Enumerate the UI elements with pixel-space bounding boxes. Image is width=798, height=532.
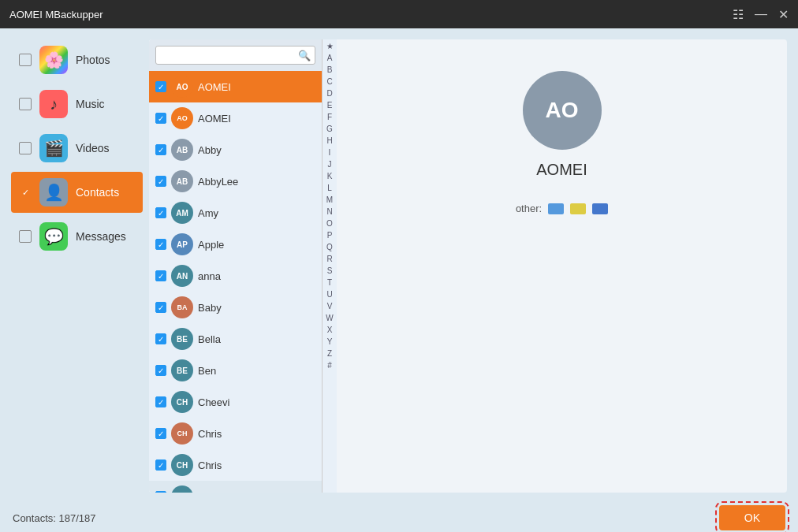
sidebar-checkbox-music[interactable]: [19, 98, 32, 110]
alphabet-letter[interactable]: L: [327, 183, 332, 194]
contact-avatar: AN: [171, 265, 193, 287]
alphabet-letter[interactable]: X: [327, 325, 333, 336]
alphabet-letter[interactable]: ★: [326, 41, 334, 52]
alphabet-letter[interactable]: H: [326, 136, 332, 147]
detail-avatar: AO: [523, 71, 602, 150]
contact-checkbox[interactable]: ✓: [155, 81, 166, 92]
contact-checkbox[interactable]: ✓: [155, 491, 166, 493]
contact-item[interactable]: ✓ABAbbyLee: [149, 166, 322, 197]
contact-item[interactable]: ✓ANanna: [149, 260, 322, 292]
alphabet-letter[interactable]: D: [326, 88, 332, 99]
sidebar-item-music[interactable]: ♪Music: [11, 84, 143, 125]
alphabet-letter[interactable]: E: [327, 100, 333, 111]
detail-color-block: [592, 203, 608, 214]
contact-name: Amy: [198, 207, 218, 219]
contact-name: AbbyLee: [198, 176, 238, 188]
contact-checkbox[interactable]: ✓: [155, 428, 166, 439]
contact-item[interactable]: ✓CHChris: [149, 481, 322, 493]
alphabet-letter[interactable]: P: [327, 230, 333, 241]
alphabet-letter[interactable]: A: [327, 53, 333, 64]
contact-name: anna: [198, 270, 221, 282]
alphabet-letter[interactable]: F: [327, 112, 332, 123]
contact-checkbox[interactable]: ✓: [155, 176, 166, 187]
contacts-list-panel: 🔍 ✓AOAOMEI✓AOAOMEI✓ABAbby✓ABAbbyLee✓AMAm…: [149, 39, 323, 493]
search-wrap: 🔍: [155, 46, 315, 65]
main-panel: 🔍 ✓AOAOMEI✓AOAOMEI✓ABAbby✓ABAbbyLee✓AMAm…: [149, 39, 787, 493]
alphabet-letter[interactable]: Z: [327, 348, 332, 359]
contact-item[interactable]: ✓ABAbby: [149, 134, 322, 166]
contact-item[interactable]: ✓AMAmy: [149, 197, 322, 229]
contact-item[interactable]: ✓APApple: [149, 229, 322, 260]
ok-button[interactable]: OK: [719, 505, 785, 530]
detail-avatar-initials: AO: [546, 98, 579, 123]
photos-icon: 🌸: [39, 46, 68, 74]
contact-avatar: AM: [171, 202, 193, 224]
sidebar-checkbox-videos[interactable]: [19, 142, 32, 154]
sidebar-label-messages: Messages: [76, 230, 126, 243]
contact-checkbox[interactable]: ✓: [155, 207, 166, 218]
contact-avatar: CH: [171, 485, 193, 493]
window-controls: ☷ — ✕: [733, 7, 789, 22]
alphabet-letter[interactable]: B: [327, 65, 333, 76]
messages-icon: 💬: [39, 222, 68, 251]
detail-panel: AO AOMEI other:: [337, 39, 787, 493]
contact-checkbox[interactable]: ✓: [155, 365, 166, 376]
close-button[interactable]: ✕: [778, 7, 789, 22]
alphabet-letter[interactable]: C: [326, 76, 332, 87]
contact-avatar: AB: [171, 139, 193, 161]
minimize-button[interactable]: —: [755, 7, 767, 21]
sidebar-item-messages[interactable]: 💬Messages: [11, 216, 143, 257]
alphabet-letter[interactable]: V: [327, 301, 333, 312]
alphabet-letter[interactable]: U: [326, 289, 332, 300]
menu-icon[interactable]: ☷: [733, 7, 744, 22]
alphabet-letter[interactable]: S: [327, 266, 333, 277]
detail-other: other:: [516, 203, 608, 214]
contact-item[interactable]: ✓AOAOMEI: [149, 102, 322, 134]
alphabet-letter[interactable]: Y: [327, 337, 333, 348]
alphabet-letter[interactable]: M: [326, 195, 333, 206]
contact-checkbox[interactable]: ✓: [155, 270, 166, 281]
sidebar-checkbox-photos[interactable]: [19, 54, 32, 66]
contact-checkbox[interactable]: ✓: [155, 113, 166, 124]
contact-avatar: AO: [171, 107, 193, 129]
contact-item[interactable]: ✓CHCheevi: [149, 386, 322, 418]
contact-checkbox[interactable]: ✓: [155, 333, 166, 344]
status-bar: Contacts: 187/187 OK: [0, 504, 798, 532]
alphabet-letter[interactable]: R: [326, 254, 332, 265]
contact-checkbox[interactable]: ✓: [155, 144, 166, 155]
contact-checkbox[interactable]: ✓: [155, 302, 166, 313]
alphabet-letter[interactable]: K: [327, 171, 333, 182]
contact-checkbox[interactable]: ✓: [155, 239, 166, 250]
contact-item[interactable]: ✓AOAOMEI: [149, 71, 322, 102]
alphabet-letter[interactable]: J: [328, 159, 332, 170]
contact-name: Bella: [198, 333, 221, 345]
sidebar-checkbox-messages[interactable]: [19, 230, 32, 243]
contact-name: Chris: [198, 428, 222, 440]
contact-name: Abby: [198, 144, 222, 156]
sidebar-item-contacts[interactable]: ✓👤Contacts: [11, 172, 143, 213]
contact-checkbox[interactable]: ✓: [155, 396, 166, 407]
search-input[interactable]: [155, 46, 315, 65]
contact-item[interactable]: ✓CHChris: [149, 418, 322, 449]
contact-item[interactable]: ✓CHChris: [149, 449, 322, 481]
alphabet-letter[interactable]: Q: [326, 242, 333, 253]
alphabet-letter[interactable]: #: [327, 360, 332, 371]
contact-item[interactable]: ✓BEBella: [149, 323, 322, 355]
alphabet-letter[interactable]: T: [327, 277, 332, 288]
contact-checkbox[interactable]: ✓: [155, 459, 166, 471]
alphabet-letter[interactable]: I: [329, 147, 331, 158]
contact-item[interactable]: ✓BABaby: [149, 292, 322, 323]
contact-item[interactable]: ✓BEBen: [149, 355, 322, 386]
other-label: other:: [516, 203, 542, 214]
contacts-scroll[interactable]: ✓AOAOMEI✓AOAOMEI✓ABAbby✓ABAbbyLee✓AMAmy✓…: [149, 71, 322, 493]
alphabet-letter[interactable]: W: [326, 313, 333, 324]
sidebar-checkbox-contacts[interactable]: ✓: [19, 186, 32, 199]
alphabet-letter[interactable]: G: [326, 124, 333, 135]
contact-avatar: CH: [171, 391, 193, 413]
contact-name: Cheevi: [198, 396, 229, 408]
alphabet-letter[interactable]: O: [326, 218, 333, 229]
contact-avatar: BE: [171, 359, 193, 381]
sidebar-item-photos[interactable]: 🌸Photos: [11, 39, 143, 80]
alphabet-letter[interactable]: N: [326, 206, 332, 218]
sidebar-item-videos[interactable]: 🎬Videos: [11, 128, 143, 169]
